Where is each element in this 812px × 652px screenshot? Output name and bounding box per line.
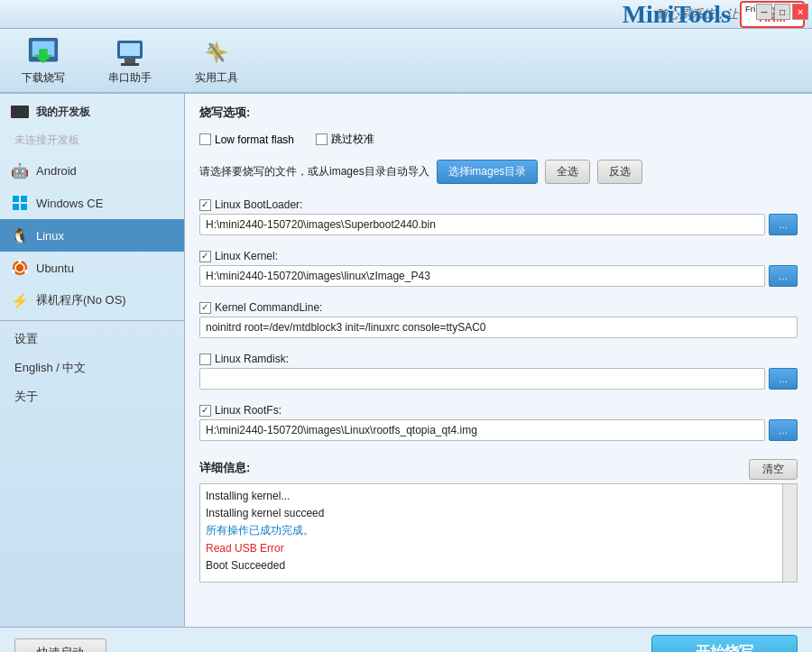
toolbar: 下载烧写 串口助手 实用工具 — [0, 29, 812, 94]
sidebar-item-windows-ce[interactable]: Windows CE — [0, 187, 184, 219]
sidebar-item-linux[interactable]: 🐧 Linux — [0, 219, 184, 252]
android-icon: 🤖 — [11, 161, 29, 179]
board-icon — [11, 103, 29, 121]
window-controls: ─ □ ✕ — [756, 4, 808, 20]
svg-rect-5 — [125, 59, 135, 63]
download-burn-icon — [27, 36, 60, 69]
kernel-checkbox-label[interactable]: Linux Kernel: — [199, 250, 278, 262]
cmdline-checkbox[interactable] — [199, 302, 211, 314]
sidebar-divider — [0, 320, 184, 321]
brand-name: MiniTools — [623, 0, 731, 29]
toolbar-tools-label: 实用工具 — [195, 70, 238, 86]
ramdisk-checkbox[interactable] — [199, 354, 211, 365]
sidebar-not-connected: 未连接开发板 — [0, 126, 184, 154]
svg-rect-12 — [13, 204, 19, 210]
burn-options-title: 烧写选项: — [199, 105, 798, 121]
main-layout: 我的开发板 未连接开发板 🤖 Android Windows CE 🐧 Linu… — [0, 94, 812, 627]
lightning-icon: ⚡ — [11, 291, 29, 309]
ramdisk-path-input[interactable] — [199, 368, 765, 390]
kernel-browse-button[interactable]: … — [769, 265, 798, 287]
sidebar: 我的开发板 未连接开发板 🤖 Android Windows CE 🐧 Linu… — [0, 94, 185, 627]
log-line: Installing kernel... — [206, 488, 791, 505]
rootfs-path-input[interactable] — [199, 419, 765, 441]
linux-icon: 🐧 — [11, 226, 29, 244]
ramdisk-checkbox-label[interactable]: Linux Ramdisk: — [199, 353, 289, 365]
low-format-option[interactable]: Low format flash — [199, 133, 294, 146]
toolbar-download-burn[interactable]: 下载烧写 — [9, 31, 78, 91]
rootfs-entry: Linux RootFs: … — [199, 404, 798, 441]
cmdline-checkbox-label[interactable]: Kernel CommandLine: — [199, 301, 322, 314]
bootloader-checkbox-label[interactable]: Linux BootLoader: — [199, 198, 302, 211]
sidebar-item-no-os[interactable]: ⚡ 裸机程序(No OS) — [0, 284, 184, 317]
skip-verify-option[interactable]: 跳过校准 — [316, 132, 374, 147]
close-button[interactable]: ✕ — [792, 4, 808, 20]
tools-icon — [200, 36, 233, 69]
options-row: Low format flash 跳过校准 — [199, 132, 798, 147]
windows-icon — [11, 194, 29, 212]
rootfs-checkbox[interactable] — [199, 405, 211, 417]
maximize-button[interactable]: □ — [774, 4, 790, 20]
kernel-entry: Linux Kernel: … — [199, 250, 798, 287]
svg-rect-10 — [13, 196, 19, 202]
ramdisk-browse-button[interactable]: … — [769, 368, 798, 390]
toolbar-tools[interactable]: 实用工具 — [182, 31, 251, 91]
svg-rect-4 — [120, 43, 140, 56]
cmdline-input[interactable] — [199, 317, 798, 338]
svg-point-15 — [15, 263, 24, 272]
log-section: 详细信息: 清空 Installing kernel... Installing… — [199, 459, 798, 583]
log-line: Installing kernel succeed — [206, 505, 791, 522]
image-select-label: 请选择要烧写的文件，或从images目录自动导入 — [199, 164, 429, 179]
bootloader-path-input[interactable] — [199, 214, 765, 235]
sidebar-my-board: 我的开发板 — [0, 97, 184, 126]
log-scrollbar[interactable] — [782, 484, 797, 582]
invert-select-button[interactable]: 反选 — [597, 160, 642, 184]
serial-helper-icon — [114, 36, 146, 69]
start-burn-button[interactable]: 开始烧写 — [651, 635, 798, 652]
toolbar-serial-label: 串口助手 — [108, 70, 152, 86]
toolbar-serial-helper[interactable]: 串口助手 — [96, 31, 164, 91]
sidebar-settings[interactable]: 设置 — [0, 325, 184, 354]
svg-rect-6 — [121, 63, 139, 66]
svg-rect-11 — [21, 196, 27, 202]
rootfs-browse-button[interactable]: … — [769, 419, 798, 441]
action-row: 快速启动 开始烧写 — [0, 627, 812, 652]
ubuntu-icon — [11, 259, 29, 277]
content-area: 烧写选项: Low format flash 跳过校准 请选择要烧写的文件，或从… — [185, 94, 812, 627]
bootloader-checkbox[interactable] — [199, 199, 211, 211]
select-all-button[interactable]: 全选 — [545, 160, 590, 184]
sidebar-item-android[interactable]: 🤖 Android — [0, 154, 184, 187]
svg-point-18 — [12, 270, 15, 273]
bootloader-entry: Linux BootLoader: … — [199, 198, 798, 235]
skip-verify-checkbox[interactable] — [316, 133, 328, 145]
sidebar-about[interactable]: 关于 — [0, 382, 184, 411]
svg-point-17 — [24, 270, 28, 273]
bootloader-browse-button[interactable]: … — [769, 214, 798, 235]
log-box: Installing kernel... Installing kernel s… — [199, 483, 798, 583]
select-images-dir-button[interactable]: 选择images目录 — [437, 160, 539, 184]
rootfs-checkbox-label[interactable]: Linux RootFs: — [199, 404, 281, 417]
quick-start-button[interactable]: 快速启动 — [14, 638, 106, 653]
log-line: 所有操作已成功完成。 — [206, 522, 791, 539]
sidebar-item-ubuntu[interactable]: Ubuntu — [0, 252, 184, 284]
ramdisk-entry: Linux Ramdisk: … — [199, 353, 798, 390]
log-line: Read USB Error — [206, 540, 791, 557]
toolbar-download-burn-label: 下载烧写 — [22, 70, 65, 86]
log-title: 详细信息: — [199, 460, 250, 476]
kernel-checkbox[interactable] — [199, 251, 211, 262]
minimize-button[interactable]: ─ — [756, 4, 772, 20]
cmdline-entry: Kernel CommandLine: — [199, 301, 798, 338]
svg-rect-13 — [21, 204, 27, 210]
low-format-checkbox[interactable] — [199, 133, 211, 145]
log-line: Boot Succeeded — [206, 557, 791, 574]
image-select-row: 请选择要烧写的文件，或从images目录自动导入 选择images目录 全选 反… — [199, 160, 798, 184]
kernel-path-input[interactable] — [199, 265, 765, 287]
clear-log-button[interactable]: 清空 — [749, 459, 798, 480]
sidebar-language[interactable]: English / 中文 — [0, 354, 184, 382]
title-bar: 随心刷系统，让你爱不释手！ MiniTools Friendly ARM ─ □… — [0, 0, 812, 29]
